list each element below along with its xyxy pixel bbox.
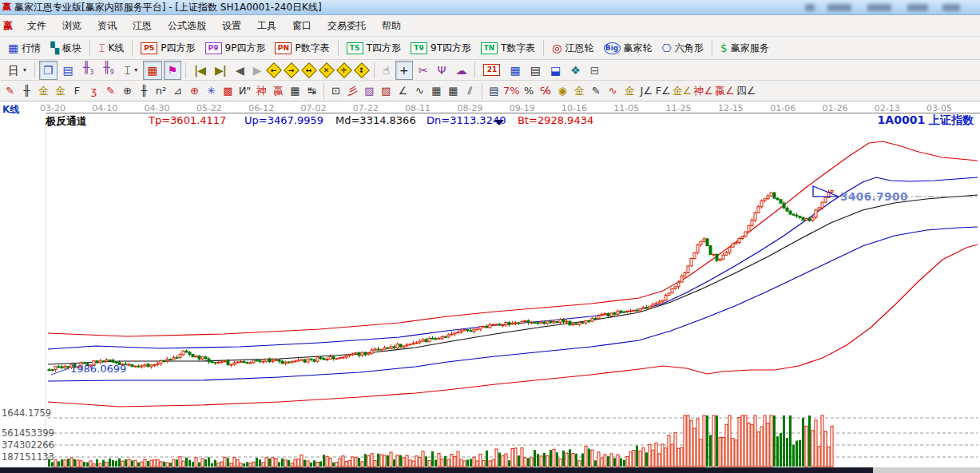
expand-vertical-icon[interactable]: ↕ bbox=[355, 62, 371, 78]
shift-right-icon[interactable]: → bbox=[284, 62, 300, 78]
next-bar-icon[interactable]: ▶ bbox=[249, 61, 265, 80]
draw-tool-ruler-2-icon[interactable]: ╫ bbox=[136, 81, 153, 100]
date-tick: 06-12 bbox=[248, 103, 274, 113]
toolbar-button-9p-square[interactable]: P99P四方形 bbox=[201, 38, 270, 58]
toolbar-button-quotes[interactable]: ▦行情 bbox=[4, 38, 45, 58]
draw-tool-fan-box-icon[interactable]: ▩ bbox=[220, 81, 236, 100]
draw-tool-si-angle-icon[interactable]: 四∠ bbox=[736, 81, 757, 100]
menu-item-江恩[interactable]: 江恩 bbox=[125, 16, 160, 36]
hand-tool-icon[interactable]: ☝ bbox=[379, 61, 394, 80]
bars-9-icon[interactable]: ╫9 bbox=[99, 61, 118, 80]
draw-tool-pen-meter-icon[interactable]: ✎ bbox=[588, 81, 605, 100]
candle-style-glyph: ⌶ bbox=[124, 65, 130, 76]
draw-tool-parallel-lines-icon[interactable]: ⫽ bbox=[462, 81, 478, 100]
draw-tool-gold-underline-icon[interactable]: 金 bbox=[621, 81, 638, 100]
window-layout-icon[interactable]: ❐ bbox=[39, 61, 58, 80]
kline-tab-label[interactable]: K线 bbox=[2, 103, 19, 117]
draw-tool-percent-lines-icon[interactable]: ℅ bbox=[538, 81, 554, 100]
menu-item-交易委托[interactable]: 交易委托 bbox=[319, 16, 374, 36]
draw-tool-percent-7-icon[interactable]: 7% bbox=[502, 81, 521, 100]
draw-tool-ying-angle-icon[interactable]: 嬴∠ bbox=[714, 81, 736, 100]
candle-style-icon[interactable]: ⌶▾ bbox=[120, 61, 141, 80]
draw-tool-fib-ruler-icon[interactable]: F bbox=[69, 81, 85, 100]
draw-tool-span-arrows-icon[interactable]: ↹ bbox=[304, 81, 320, 100]
draw-tool-gold-lines-icon[interactable]: 金 bbox=[571, 81, 588, 100]
draw-tool-fan-dark-icon[interactable]: ▨ bbox=[378, 81, 395, 100]
draw-tool-pen-2-icon[interactable]: ✎ bbox=[102, 81, 119, 100]
draw-tool-n-square-icon[interactable]: n² bbox=[153, 81, 169, 100]
draw-tool-f-angle-icon[interactable]: F∠ bbox=[655, 81, 672, 100]
menu-item-窗口[interactable]: 窗口 bbox=[284, 16, 319, 36]
menu-item-资讯[interactable]: 资讯 bbox=[89, 16, 125, 36]
color-chart-icon[interactable]: ⚑ bbox=[164, 61, 182, 80]
draw-tool-gold-angle-icon[interactable]: 金∠ bbox=[672, 81, 693, 100]
measure-tool-icon[interactable]: ✂ bbox=[415, 61, 432, 80]
draw-tool-shen-tool-icon[interactable]: 神 bbox=[253, 81, 270, 100]
draw-tool-ying-tool-icon[interactable]: 嬴 bbox=[270, 81, 287, 100]
draw-tool-zigzag-icon[interactable]: ∿ bbox=[411, 81, 428, 100]
draw-tool-gold-circle-icon[interactable]: ◉ bbox=[554, 81, 571, 100]
draw-tool-percent-icon[interactable]: % bbox=[521, 81, 538, 100]
menu-item-设置[interactable]: 设置 bbox=[214, 16, 249, 36]
expand-icon[interactable]: ✛ bbox=[337, 62, 353, 78]
draw-tool-j-angle-icon[interactable]: J∠ bbox=[638, 81, 655, 100]
toolbar-button-winner-wheel[interactable]: Big赢家轮 bbox=[600, 38, 657, 58]
shift-left-icon[interactable]: ← bbox=[267, 62, 283, 78]
draw-tool-angle-lines-icon[interactable]: ∠ bbox=[395, 81, 411, 100]
draw-tool-box-tool-icon[interactable]: ⊡ bbox=[327, 81, 344, 100]
toolbar-button-sectors[interactable]: ▚板块 bbox=[46, 38, 85, 58]
bars-3-icon[interactable]: ╫3 bbox=[79, 61, 98, 80]
network-icon[interactable]: ❖ bbox=[566, 61, 585, 80]
toolbar-button-9t-square[interactable]: T99T四方形 bbox=[407, 38, 475, 58]
toolbar-button-p-square[interactable]: PSP四方形 bbox=[137, 38, 199, 58]
pattern-tool-icon[interactable]: ▦ bbox=[143, 61, 161, 80]
period-day-selector-icon[interactable]: 日▾ bbox=[4, 61, 30, 80]
draw-tool-gann-pen-icon[interactable]: ✎ bbox=[2, 81, 18, 100]
calendar-icon[interactable]: 21 bbox=[479, 61, 504, 80]
draw-tool-fan-purple-icon[interactable]: ▨ bbox=[361, 81, 378, 100]
info-panel-icon[interactable]: ▤ bbox=[59, 61, 77, 80]
draw-tool-gold-ruler-2-icon[interactable]: 金 bbox=[52, 81, 69, 100]
menu-item-公式选股[interactable]: 公式选股 bbox=[160, 16, 214, 36]
toolbar-button-t-square[interactable]: TST四方形 bbox=[343, 38, 405, 58]
smart-analysis-icon[interactable]: ☁ bbox=[451, 61, 470, 80]
draw-tool-angle-mirror-icon[interactable]: ⊿ bbox=[169, 81, 186, 100]
draw-tool-ruler-icon[interactable]: ╫ bbox=[18, 81, 35, 100]
draw-tool-cycle-icon[interactable]: ⊕ bbox=[119, 81, 136, 100]
menu-item-帮助[interactable]: 帮助 bbox=[374, 16, 409, 36]
last-page-icon[interactable]: ▶| bbox=[211, 61, 230, 80]
toolbar-button-winner-service[interactable]: $赢家服务 bbox=[716, 38, 773, 58]
draw-tool-wave-mark-icon[interactable]: И" bbox=[236, 81, 253, 100]
draw-tool-grid-icon[interactable]: ▦ bbox=[428, 81, 445, 100]
save-icon[interactable]: ⬓ bbox=[546, 61, 565, 80]
scrollbar-thumb[interactable] bbox=[0, 467, 873, 473]
menu-item-文件[interactable]: 文件 bbox=[19, 16, 54, 36]
draw-tool-cycle-red-icon[interactable]: ⊕ bbox=[186, 81, 203, 100]
draw-tool-shen-angle-icon[interactable]: 神∠ bbox=[692, 81, 714, 100]
draw-tool-star-cycle-icon[interactable]: ✳ bbox=[203, 81, 220, 100]
draw-tool-gold-ruler-1-icon[interactable]: 金 bbox=[35, 81, 52, 100]
menu-item-浏览[interactable]: 浏览 bbox=[54, 16, 89, 36]
pitchfork-tool-icon[interactable]: Ψ bbox=[433, 61, 450, 80]
expand-horizontal-icon[interactable]: ↔ bbox=[302, 62, 318, 78]
toolbar-button-hexagon[interactable]: ⎔六角形 bbox=[658, 38, 708, 58]
draw-tool-grid-shift-icon[interactable]: ▦ bbox=[445, 81, 462, 100]
draw-tool-list-panel-icon[interactable]: ▤ bbox=[486, 81, 502, 100]
toolbar-button-t-number-table[interactable]: TNT数字表 bbox=[477, 38, 539, 58]
first-page-icon[interactable]: |◀ bbox=[190, 61, 209, 80]
calculator-icon[interactable]: ▦ bbox=[506, 61, 524, 80]
toolbar-button-p-number-table[interactable]: PNP数字表 bbox=[271, 38, 333, 58]
report-notes-icon[interactable]: ▤ bbox=[526, 61, 545, 80]
draw-tool-spiral-icon[interactable]: ʒ bbox=[85, 81, 102, 100]
print-icon[interactable]: ⊟ bbox=[586, 61, 604, 80]
draw-tool-fan-red-icon[interactable]: 彡 bbox=[344, 81, 361, 100]
compress-icon[interactable]: ✕ bbox=[319, 62, 335, 78]
draw-tool-wave-red-icon[interactable]: ∿ bbox=[605, 81, 621, 100]
menu-item-工具[interactable]: 工具 bbox=[249, 16, 284, 36]
prev-bar-icon[interactable]: ◀ bbox=[232, 61, 248, 80]
draw-tool-number-grid-icon[interactable]: ▦ bbox=[287, 81, 304, 100]
toolbar-button-kline[interactable]: ⌶K线 bbox=[94, 38, 128, 58]
crosshair-tool-icon[interactable]: + bbox=[395, 61, 413, 80]
horizontal-scrollbar[interactable] bbox=[0, 467, 980, 473]
toolbar-button-gann-wheel[interactable]: ◎江恩轮 bbox=[548, 38, 597, 58]
